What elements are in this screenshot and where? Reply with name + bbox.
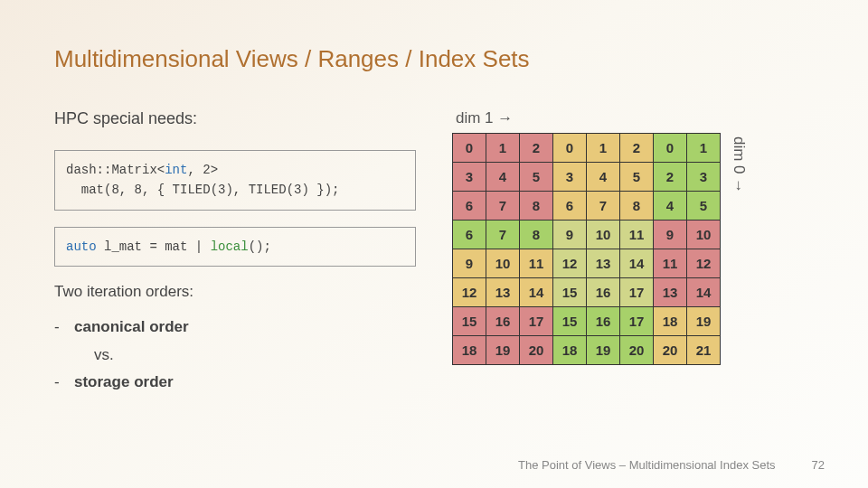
matrix-cell: 10 <box>587 221 620 249</box>
matrix-cell: 18 <box>453 336 486 365</box>
matrix-cell: 19 <box>486 336 520 365</box>
matrix-cell: 10 <box>486 249 520 278</box>
matrix-cell: 6 <box>453 192 486 221</box>
matrix-cell: 7 <box>486 221 520 249</box>
matrix-cell: 2 <box>620 134 654 163</box>
matrix-cell: 14 <box>520 278 553 307</box>
matrix-cell: 12 <box>453 278 486 307</box>
matrix-cell: 14 <box>687 278 721 307</box>
matrix-cell: 17 <box>620 307 654 336</box>
matrix-cell: 12 <box>687 249 721 278</box>
matrix-cell: 0 <box>553 134 587 163</box>
dim1-label: dim 1 → <box>452 109 721 127</box>
matrix-cell: 20 <box>620 336 654 365</box>
matrix-grid: 0120120134534523678678456789101191091011… <box>452 133 721 365</box>
matrix-cell: 8 <box>520 192 553 221</box>
matrix-cell: 19 <box>587 336 620 365</box>
matrix-cell: 18 <box>553 336 587 365</box>
page-number: 72 <box>812 458 825 472</box>
matrix-cell: 12 <box>553 249 587 278</box>
section-heading: Two iteration orders: <box>54 283 416 301</box>
matrix-cell: 13 <box>486 278 520 307</box>
matrix-cell: 8 <box>620 192 654 221</box>
matrix-cell: 4 <box>587 163 620 192</box>
matrix-cell: 13 <box>654 278 687 307</box>
bullet-list: -canonical order vs. -storage order <box>54 314 416 397</box>
matrix-cell: 9 <box>553 221 587 249</box>
matrix-cell: 17 <box>520 307 553 336</box>
matrix-cell: 15 <box>553 307 587 336</box>
matrix-cell: 2 <box>654 163 687 192</box>
matrix-cell: 15 <box>453 307 486 336</box>
matrix-cell: 13 <box>587 249 620 278</box>
matrix-cell: 6 <box>453 221 486 249</box>
matrix-cell: 4 <box>654 192 687 221</box>
matrix-cell: 11 <box>620 221 654 249</box>
matrix-cell: 8 <box>520 221 553 249</box>
matrix-cell: 5 <box>620 163 654 192</box>
subheading: HPC special needs: <box>54 109 416 128</box>
matrix-cell: 21 <box>687 336 721 365</box>
matrix-cell: 4 <box>486 163 520 192</box>
matrix-cell: 3 <box>453 163 486 192</box>
code-block-2: auto l_mat = mat | local(); <box>54 227 416 267</box>
matrix-cell: 1 <box>486 134 520 163</box>
matrix-cell: 3 <box>687 163 721 192</box>
matrix-cell: 9 <box>654 221 687 249</box>
matrix-cell: 11 <box>520 249 553 278</box>
matrix-cell: 14 <box>620 249 654 278</box>
slide-title: Multidimensional Views / Ranges / Index … <box>54 45 814 73</box>
dim0-label: dim 0 → <box>728 109 748 193</box>
matrix-cell: 20 <box>654 336 687 365</box>
matrix-cell: 0 <box>654 134 687 163</box>
matrix-cell: 5 <box>687 192 721 221</box>
matrix-cell: 19 <box>687 307 721 336</box>
matrix-cell: 11 <box>654 249 687 278</box>
matrix-cell: 5 <box>520 163 553 192</box>
matrix-cell: 3 <box>553 163 587 192</box>
matrix-cell: 2 <box>520 134 553 163</box>
matrix-cell: 7 <box>587 192 620 221</box>
matrix-cell: 6 <box>553 192 587 221</box>
matrix-cell: 9 <box>453 249 486 278</box>
matrix-cell: 16 <box>486 307 520 336</box>
matrix-cell: 7 <box>486 192 520 221</box>
matrix-cell: 18 <box>654 307 687 336</box>
matrix-cell: 10 <box>687 221 721 249</box>
matrix-cell: 20 <box>520 336 553 365</box>
matrix-cell: 16 <box>587 307 620 336</box>
matrix-cell: 15 <box>553 278 587 307</box>
matrix-cell: 1 <box>687 134 721 163</box>
code-block-1: dash::Matrix<int, 2> mat(8, 8, { TILED(3… <box>54 150 416 211</box>
footer-text: The Point of Views – Multidimensional In… <box>518 458 775 472</box>
matrix-cell: 0 <box>453 134 486 163</box>
matrix-cell: 17 <box>620 278 654 307</box>
matrix-cell: 16 <box>587 278 620 307</box>
matrix-cell: 1 <box>587 134 620 163</box>
